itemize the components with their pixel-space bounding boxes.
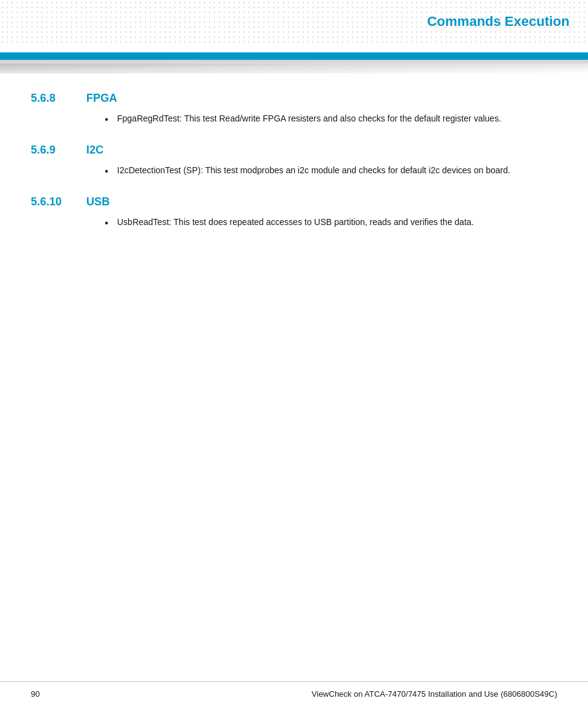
section-5610-heading: 5.6.10 USB <box>31 195 557 208</box>
list-item: UsbReadTest: This test does repeated acc… <box>105 216 557 229</box>
section-5610: 5.6.10 USB UsbReadTest: This test does r… <box>31 195 557 229</box>
section-569-number: 5.6.9 <box>31 144 74 157</box>
section-568-title: FPGA <box>86 92 117 105</box>
section-569-title: I2C <box>86 144 104 157</box>
footer: 90 ViewCheck on ATCA-7470/7475 Installat… <box>0 681 588 706</box>
gray-decorative-bar <box>0 60 588 73</box>
document-title: ViewCheck on ATCA-7470/7475 Installation… <box>312 689 557 699</box>
list-item: I2cDetectionTest (SP): This test modprob… <box>105 164 557 177</box>
section-569: 5.6.9 I2C I2cDetectionTest (SP): This te… <box>31 144 557 177</box>
page-number: 90 <box>31 689 39 699</box>
list-item: FpgaRegRdTest: This test Read/write FPGA… <box>105 112 557 125</box>
section-5610-list: UsbReadTest: This test does repeated acc… <box>31 216 557 229</box>
blue-divider-bar <box>0 52 588 60</box>
section-568: 5.6.8 FPGA FpgaRegRdTest: This test Read… <box>31 92 557 125</box>
header: Commands Execution <box>0 0 588 52</box>
page-title: Commands Execution <box>427 14 570 30</box>
gray-bar-shape <box>0 64 588 73</box>
main-content: 5.6.8 FPGA FpgaRegRdTest: This test Read… <box>0 73 588 297</box>
section-5610-number: 5.6.10 <box>31 195 74 208</box>
section-568-number: 5.6.8 <box>31 92 74 105</box>
section-5610-title: USB <box>86 195 110 208</box>
header-title-area: Commands Execution <box>0 0 588 43</box>
section-569-heading: 5.6.9 I2C <box>31 144 557 157</box>
section-569-list: I2cDetectionTest (SP): This test modprob… <box>31 164 557 177</box>
section-568-list: FpgaRegRdTest: This test Read/write FPGA… <box>31 112 557 125</box>
section-568-heading: 5.6.8 FPGA <box>31 92 557 105</box>
